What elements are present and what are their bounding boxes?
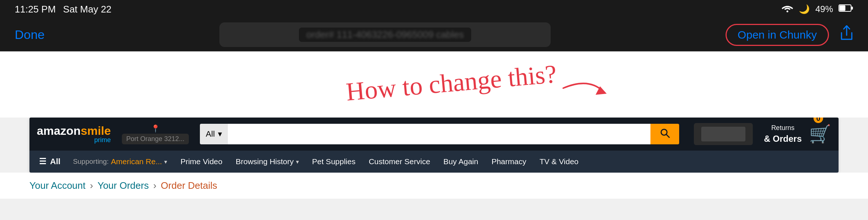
cart-count: 0	[814, 118, 823, 123]
browser-bar: Done order# 111-4063226-0965009 cables O…	[0, 18, 868, 51]
url-bar-area: order# 111-4063226-0965009 cables	[67, 22, 703, 47]
cart-area[interactable]: 🛒 0	[809, 124, 831, 144]
returns-label: Returns	[764, 123, 802, 133]
nav-supporting[interactable]: Supporting: American Re... ▾	[66, 151, 174, 173]
status-bar-right: 🌙 49%	[781, 4, 853, 15]
search-category-dropdown[interactable]: All ▾	[200, 124, 227, 144]
supporting-label: Supporting:	[73, 158, 109, 166]
date-display: Sat May 22	[63, 4, 112, 15]
svg-text:How to change this?: How to change this?	[345, 59, 558, 106]
svg-line-8	[666, 134, 669, 137]
location-text: Port Orange 3212...	[122, 134, 189, 144]
nav-all-label: All	[50, 157, 60, 166]
location-pin-icon: 📍	[151, 124, 160, 133]
supporting-value: American Re...	[111, 157, 162, 166]
breadcrumb-order-details: Order Details	[161, 180, 217, 191]
prime-video-label: Prime Video	[180, 157, 222, 166]
amazon-header: amazonsmile prime 📍 Port Orange 3212... …	[29, 118, 839, 151]
annotation-area: How to change this?	[0, 51, 868, 118]
breadcrumb-your-orders[interactable]: Your Orders	[98, 180, 149, 191]
done-button[interactable]: Done	[15, 28, 45, 42]
amazon-container: amazonsmile prime 📍 Port Orange 3212... …	[29, 118, 839, 173]
svg-rect-2	[851, 7, 853, 10]
search-input[interactable]	[228, 124, 651, 144]
status-bar: 11:25 PM Sat May 22 🌙 49%	[0, 0, 868, 18]
returns-orders-area[interactable]: Returns & Orders	[764, 123, 802, 145]
battery-icon	[839, 4, 853, 14]
url-pill[interactable]: order# 111-4063226-0965009 cables	[219, 22, 551, 47]
nav-buy-again[interactable]: Buy Again	[437, 151, 485, 173]
browsing-history-chevron: ▾	[296, 158, 299, 165]
svg-marker-6	[596, 86, 607, 95]
breadcrumb-sep-1: ›	[90, 180, 93, 191]
wifi-icon	[781, 4, 793, 15]
pharmacy-label: Pharmacy	[491, 157, 526, 166]
buy-again-label: Buy Again	[444, 157, 479, 166]
svg-rect-3	[840, 6, 846, 11]
orders-label: & Orders	[764, 133, 802, 145]
tv-video-label: TV & Video	[540, 157, 579, 166]
customer-service-label: Customer Service	[369, 157, 430, 166]
amazon-nav: ☰ All Supporting: American Re... ▾ Prime…	[29, 151, 839, 173]
nav-tv-video[interactable]: TV & Video	[533, 151, 585, 173]
nav-all-button[interactable]: ☰ All	[33, 151, 66, 173]
time-display: 11:25 PM	[15, 4, 56, 15]
search-bar: All ▾	[200, 124, 679, 144]
account-area[interactable]	[694, 123, 753, 145]
svg-point-0	[786, 11, 788, 12]
search-category-label: All	[206, 129, 215, 139]
amazon-prime-label: prime	[94, 136, 111, 144]
amazon-smile-text: smile	[81, 124, 111, 137]
url-text: order# 111-4063226-0965009 cables	[299, 28, 471, 42]
location-area[interactable]: 📍 Port Orange 3212...	[122, 124, 189, 144]
hamburger-icon: ☰	[39, 157, 46, 166]
supporting-chevron: ▾	[164, 158, 167, 165]
nav-pet-supplies[interactable]: Pet Supplies	[306, 151, 362, 173]
search-icon	[659, 127, 670, 141]
nav-customer-service[interactable]: Customer Service	[362, 151, 437, 173]
breadcrumb: Your Account › Your Orders › Order Detai…	[0, 173, 868, 199]
moon-icon: 🌙	[799, 4, 810, 14]
search-category-chevron: ▾	[218, 129, 222, 139]
status-bar-left: 11:25 PM Sat May 22	[15, 4, 112, 15]
search-button[interactable]	[650, 124, 679, 144]
nav-pharmacy[interactable]: Pharmacy	[485, 151, 533, 173]
pet-supplies-label: Pet Supplies	[312, 157, 356, 166]
breadcrumb-your-account[interactable]: Your Account	[29, 180, 85, 191]
battery-percentage: 49%	[815, 4, 833, 14]
browser-actions: Open in Chunky	[726, 24, 853, 46]
breadcrumb-sep-2: ›	[153, 180, 156, 191]
share-icon[interactable]	[840, 25, 853, 44]
browsing-history-label: Browsing History	[236, 157, 294, 166]
open-in-chunky-button[interactable]: Open in Chunky	[726, 24, 829, 46]
amazon-logo: amazonsmile prime	[37, 124, 111, 144]
cart-icon: 🛒	[809, 124, 831, 144]
amazon-logo-text: amazonsmile	[37, 124, 111, 138]
nav-browsing-history[interactable]: Browsing History ▾	[229, 151, 306, 173]
nav-prime-video[interactable]: Prime Video	[174, 151, 229, 173]
